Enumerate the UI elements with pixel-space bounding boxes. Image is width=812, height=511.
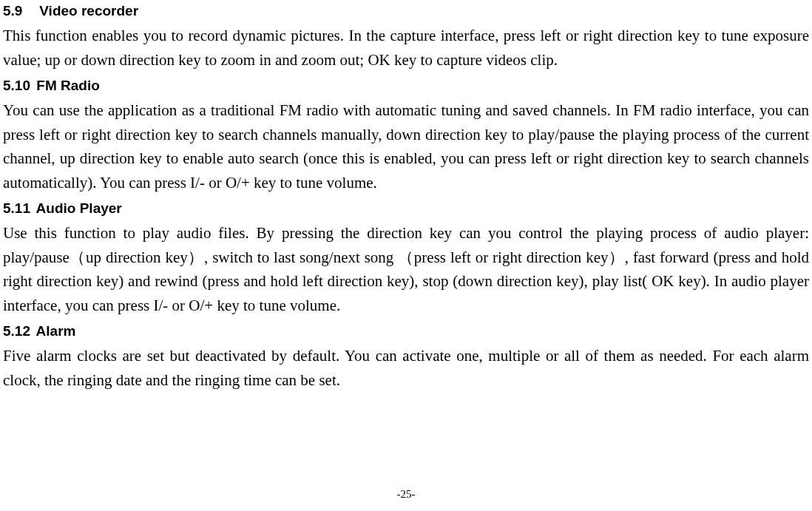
- section-title: Alarm: [36, 323, 76, 339]
- heading-video-recorder: 5.9 Video recorder: [3, 3, 809, 19]
- section-title: FM Radio: [36, 78, 100, 93]
- body-audio-player: Use this function to play audio files. B…: [3, 221, 809, 317]
- section-title: Audio Player: [36, 200, 122, 216]
- page-content: 5.9 Video recorder This function enables…: [0, 0, 812, 393]
- body-fm-radio: You can use the application as a traditi…: [3, 98, 809, 194]
- section-number: 5.10: [3, 78, 33, 94]
- section-title: Video recorder: [39, 3, 138, 18]
- body-alarm: Five alarm clocks are set but deactivate…: [3, 344, 809, 392]
- section-number: 5.9: [3, 3, 35, 19]
- heading-fm-radio: 5.10 FM Radio: [3, 78, 809, 94]
- section-number: 5.11: [3, 200, 33, 217]
- section-number: 5.12: [3, 323, 33, 339]
- heading-alarm: 5.12 Alarm: [3, 323, 809, 339]
- page-number: -25-: [0, 488, 812, 501]
- body-video-recorder: This function enables you to record dyna…: [3, 24, 809, 72]
- heading-audio-player: 5.11 Audio Player: [3, 200, 809, 217]
